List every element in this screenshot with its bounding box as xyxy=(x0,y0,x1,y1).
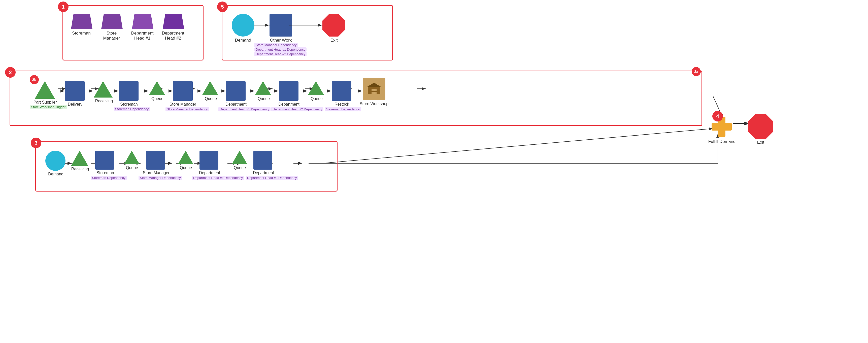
s3-queue2-label: Queue xyxy=(176,166,195,170)
svg-marker-33 xyxy=(202,81,218,95)
main-exit-octagon xyxy=(748,114,773,140)
svg-marker-29 xyxy=(322,14,345,36)
svg-marker-32 xyxy=(149,81,165,95)
s2-part-supplier-triangle xyxy=(35,81,55,100)
trap-dept-head-2 xyxy=(163,14,184,30)
s3-storeman-dep-label: Storeman Dependency xyxy=(91,176,127,180)
svg-marker-35 xyxy=(308,81,324,95)
s2-restock-label: Restock xyxy=(329,102,354,107)
s2-queue3-label: Queue xyxy=(253,96,274,101)
s3-demand-circle xyxy=(45,151,65,171)
badge-2b: 2b xyxy=(30,75,39,84)
s2-storeman-sig-square xyxy=(119,81,138,101)
s2-sm-sig-square xyxy=(173,81,193,101)
trap-store-manager xyxy=(101,14,123,30)
s3-dept2-dep-label: Department Head #2 Dependency xyxy=(246,176,298,180)
s2-dept2-sig-square xyxy=(279,81,299,101)
s2-sm-dep-label: Store Manager Dependency xyxy=(165,107,209,111)
store-workshop-label: Store Workshop xyxy=(359,102,389,106)
badge-2a: 2a xyxy=(692,67,701,76)
s3-queue1-triangle xyxy=(124,151,140,165)
badge-2: 2 xyxy=(5,67,16,78)
svg-marker-66 xyxy=(124,151,140,164)
trap-dept-head-1 xyxy=(132,14,153,30)
svg-marker-30 xyxy=(35,81,55,99)
s2-queue1-label: Queue xyxy=(147,96,168,101)
badge-5: 5 xyxy=(217,1,228,12)
svg-marker-37 xyxy=(367,83,382,87)
s2-queue2-triangle xyxy=(202,81,218,96)
s2-dept2-dep-label: Department Head #2 Dependency xyxy=(271,107,323,111)
s2-queue4-triangle xyxy=(308,81,324,96)
s3-queue1-label: Queue xyxy=(122,166,142,170)
store-workshop-icon xyxy=(363,78,385,100)
s2-queue2-label: Queue xyxy=(200,96,221,101)
s5-dep1-label: Store Manager Dependency xyxy=(254,43,298,47)
s2-queue3-triangle xyxy=(255,81,271,96)
s2-queue1-triangle xyxy=(149,81,165,96)
s3-dept2-sig-square xyxy=(253,151,272,170)
s3-storeman-sig-square xyxy=(95,151,114,170)
s2-restock-square xyxy=(332,81,351,101)
s5-dep2-label: Department Head #1 Dependency xyxy=(254,47,307,52)
diagram-container: 1 Storeman Store Manager DepartmentHead … xyxy=(0,0,868,343)
s3-queue3-label: Queue xyxy=(230,166,249,170)
svg-marker-34 xyxy=(255,81,271,95)
svg-marker-71 xyxy=(748,114,773,139)
s5-exit-octagon xyxy=(322,14,345,37)
main-exit-label: Exit xyxy=(748,140,773,145)
s2-delivery-square xyxy=(65,81,85,101)
svg-marker-31 xyxy=(94,81,113,97)
svg-marker-67 xyxy=(178,151,193,164)
svg-marker-28 xyxy=(163,14,184,29)
label-storeman: Storeman xyxy=(67,31,95,36)
s5-dep3-label: Department Head #2 Dependency xyxy=(254,52,307,56)
s3-queue2-triangle xyxy=(178,151,193,165)
svg-marker-25 xyxy=(71,14,92,29)
badge-3: 3 xyxy=(31,138,41,148)
svg-marker-68 xyxy=(232,151,247,164)
s3-sm-dep-label: Store Manager Dependency xyxy=(138,176,182,180)
s2-storeman-dep-label: Storeman Dependency xyxy=(114,107,150,111)
svg-rect-70 xyxy=(712,123,732,131)
s3-dept1-sig-square xyxy=(199,151,218,170)
s3-dept1-dep-label: Department Head #1 Dependency xyxy=(192,176,244,180)
s2-receiving-triangle xyxy=(94,81,113,98)
s3-sm-sig-square xyxy=(146,151,165,170)
s2-dept1-dep-label: Department Head #1 Dependency xyxy=(218,107,271,111)
s2-dept1-sig-square xyxy=(226,81,246,101)
s2-trigger-label: Store Workshop Trigger xyxy=(30,105,67,109)
label-dept-head-2: DepartmentHead #2 xyxy=(159,31,187,41)
section-box-2 xyxy=(9,70,702,126)
s2-restock-dep-label: Storeman Dependency xyxy=(325,107,361,111)
s3-receiving-label: Receiving xyxy=(68,167,92,171)
svg-marker-26 xyxy=(101,14,123,29)
s5-other-work-label: Other Work xyxy=(267,38,295,43)
svg-line-23 xyxy=(322,128,713,163)
s3-demand-label: Demand xyxy=(44,172,68,176)
trap-storeman xyxy=(71,14,92,30)
label-store-manager: Store Manager xyxy=(98,31,125,41)
s2-receiving-label: Receiving xyxy=(91,99,117,103)
label-dept-head-1: DepartmentHead #1 xyxy=(128,31,156,41)
s2-part-supplier-label: Part Supplier xyxy=(32,100,58,105)
s5-demand-label: Demand xyxy=(229,38,257,43)
badge-1: 1 xyxy=(58,1,68,12)
badge-4: 4 xyxy=(712,111,723,121)
fulfill-demand-label: Fulfill Demand xyxy=(707,139,737,144)
s2-queue4-label: Queue xyxy=(306,96,327,101)
svg-marker-27 xyxy=(132,14,153,29)
s3-queue3-triangle xyxy=(232,151,247,165)
s5-demand-circle xyxy=(232,14,254,36)
s5-exit-label: Exit xyxy=(321,38,347,43)
s5-other-work-square xyxy=(270,14,292,36)
svg-marker-65 xyxy=(71,151,88,166)
s2-delivery-label: Delivery xyxy=(62,102,88,107)
s3-receiving-triangle xyxy=(71,151,88,167)
